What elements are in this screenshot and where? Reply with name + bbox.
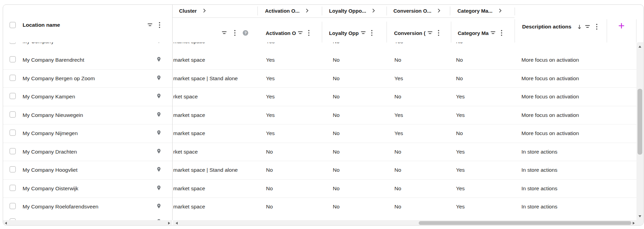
filter-icon[interactable] bbox=[427, 31, 433, 35]
row-checkbox[interactable] bbox=[10, 166, 16, 174]
table-row[interactable]: My Company Kampen rket space Yes No No Y… bbox=[3, 87, 637, 106]
kebab-menu-icon[interactable] bbox=[501, 30, 502, 36]
loyalty-header-label: Loyalty Opp bbox=[329, 30, 359, 36]
chevron-right-icon[interactable] bbox=[306, 9, 309, 13]
row-checkbox[interactable] bbox=[10, 75, 16, 82]
add-column-button[interactable]: + bbox=[618, 20, 625, 31]
column-header-description-actions[interactable]: Description actions bbox=[522, 24, 597, 30]
row-checkbox[interactable] bbox=[10, 93, 16, 100]
group-header-cluster[interactable]: Cluster bbox=[179, 8, 206, 14]
table-row[interactable]: My Company Drachten rket space No No No … bbox=[3, 143, 637, 161]
group-header-loyalty[interactable]: Loyalty Oppo... bbox=[329, 8, 375, 14]
row-checkbox[interactable] bbox=[10, 185, 16, 192]
row-separator bbox=[3, 161, 637, 161]
group-header-conversion[interactable]: Conversion O... bbox=[393, 8, 441, 14]
chevron-right-icon[interactable] bbox=[438, 9, 441, 13]
activation-cell: Yes bbox=[266, 130, 275, 136]
scroll-up-arrow[interactable] bbox=[639, 46, 641, 48]
table-row[interactable]: My Company Nijmegen market space Yes No … bbox=[3, 124, 637, 143]
locations-grid: Cluster Activation O... Loyalty Oppo... … bbox=[3, 4, 644, 226]
filter-icon[interactable] bbox=[361, 31, 366, 35]
description-cell: More focus on activation bbox=[521, 130, 579, 136]
activation-cell: Yes bbox=[266, 112, 275, 118]
group-separator bbox=[257, 7, 258, 15]
group-underline bbox=[172, 17, 515, 18]
category-cell: Yes bbox=[456, 112, 465, 118]
category-cell: Yes bbox=[456, 185, 465, 192]
description-cell: In store actions bbox=[521, 167, 557, 173]
filter-icon[interactable] bbox=[298, 31, 303, 35]
loyalty-cell: No bbox=[333, 204, 340, 210]
select-all-checkbox[interactable] bbox=[10, 22, 16, 29]
horizontal-scrollbar[interactable] bbox=[173, 220, 637, 226]
loyalty-cell: No bbox=[333, 149, 340, 155]
location-name-cell: My Company Roelofarendsveen bbox=[23, 204, 98, 210]
cluster-cell: rket space bbox=[173, 94, 198, 100]
column-header-conversion[interactable]: Conversion ( bbox=[394, 30, 439, 36]
scroll-left-arrow[interactable] bbox=[176, 222, 178, 225]
category-cell: Yes bbox=[456, 167, 465, 173]
row-separator bbox=[3, 106, 637, 106]
category-header-label: Category Ma bbox=[458, 30, 489, 36]
column-header-loyalty[interactable]: Loyalty Opp bbox=[329, 30, 372, 36]
column-header-activation[interactable]: Activation O bbox=[266, 30, 310, 36]
scroll-left-arrow[interactable] bbox=[5, 222, 7, 225]
kebab-menu-icon[interactable] bbox=[438, 30, 439, 36]
cluster-cell: market space | Stand alone bbox=[173, 75, 238, 82]
row-checkbox[interactable] bbox=[10, 130, 16, 137]
group-header-activation[interactable]: Activation O... bbox=[265, 8, 309, 14]
filter-icon[interactable] bbox=[490, 31, 496, 35]
vertical-scrollbar[interactable] bbox=[636, 43, 643, 220]
filter-icon[interactable] bbox=[585, 25, 590, 29]
filter-icon[interactable] bbox=[222, 31, 227, 35]
row-checkbox[interactable] bbox=[10, 148, 16, 156]
kebab-menu-icon[interactable] bbox=[308, 30, 310, 36]
location-pin-icon bbox=[156, 148, 162, 156]
conversion-cell: Yes bbox=[394, 112, 403, 118]
scroll-down-arrow[interactable] bbox=[639, 215, 641, 217]
pinned-horizontal-scrollbar[interactable] bbox=[3, 220, 172, 226]
cluster-cell: market space bbox=[173, 185, 205, 192]
column-header-category[interactable]: Category Ma bbox=[458, 30, 502, 36]
filter-icon[interactable] bbox=[147, 23, 153, 27]
table-row[interactable]: My Company Hoogvliet market space | Stan… bbox=[3, 161, 637, 179]
description-cell: More focus on activation bbox=[521, 57, 579, 63]
table-row[interactable]: My Company Nieuwegein market space Yes N… bbox=[3, 106, 637, 124]
table-row[interactable]: My Company Barendrecht market space Yes … bbox=[3, 51, 637, 69]
row-checkbox[interactable] bbox=[10, 203, 16, 210]
chevron-right-icon[interactable] bbox=[203, 9, 206, 13]
help-icon[interactable]: ? bbox=[243, 30, 248, 36]
sort-descending-icon[interactable] bbox=[577, 24, 582, 29]
activation-cell: Yes bbox=[266, 75, 275, 82]
horizontal-scrollbar-thumb[interactable] bbox=[419, 221, 631, 225]
table-row[interactable]: My Company Bergen op Zoom market space |… bbox=[3, 69, 637, 88]
table-row[interactable]: My Company Oisterwijk market space No No… bbox=[3, 179, 637, 198]
scroll-right-arrow[interactable] bbox=[633, 222, 635, 225]
row-separator bbox=[3, 143, 637, 143]
kebab-menu-icon[interactable] bbox=[371, 30, 372, 36]
row-checkbox[interactable] bbox=[10, 111, 16, 119]
vertical-scrollbar-thumb[interactable] bbox=[637, 89, 642, 155]
location-pin-icon bbox=[156, 56, 162, 64]
kebab-menu-icon[interactable] bbox=[234, 30, 236, 36]
kebab-menu-icon[interactable] bbox=[596, 24, 597, 30]
group-header-category[interactable]: Category Ma... bbox=[457, 8, 502, 14]
loyalty-cell: No bbox=[333, 94, 340, 100]
row-checkbox[interactable] bbox=[10, 56, 16, 64]
chevron-right-icon[interactable] bbox=[372, 9, 375, 13]
table-row[interactable]: My Company Roelofarendsveen market space… bbox=[3, 197, 637, 216]
conversion-cell: No bbox=[394, 204, 401, 210]
row-checkbox[interactable] bbox=[10, 43, 16, 45]
column-separator bbox=[636, 19, 636, 43]
cluster-cell: market space bbox=[173, 130, 205, 136]
chevron-right-icon[interactable] bbox=[499, 9, 502, 13]
category-cell: No bbox=[456, 43, 463, 45]
column-separator bbox=[322, 22, 322, 43]
activation-cell: No bbox=[266, 149, 273, 155]
group-header-conversion-label: Conversion O... bbox=[393, 8, 431, 14]
kebab-menu-icon[interactable] bbox=[159, 22, 160, 28]
location-name-cell: My Company Nijmegen bbox=[23, 130, 78, 136]
scroll-right-arrow[interactable] bbox=[168, 222, 170, 225]
row-separator bbox=[3, 179, 637, 180]
column-separator bbox=[451, 22, 451, 43]
